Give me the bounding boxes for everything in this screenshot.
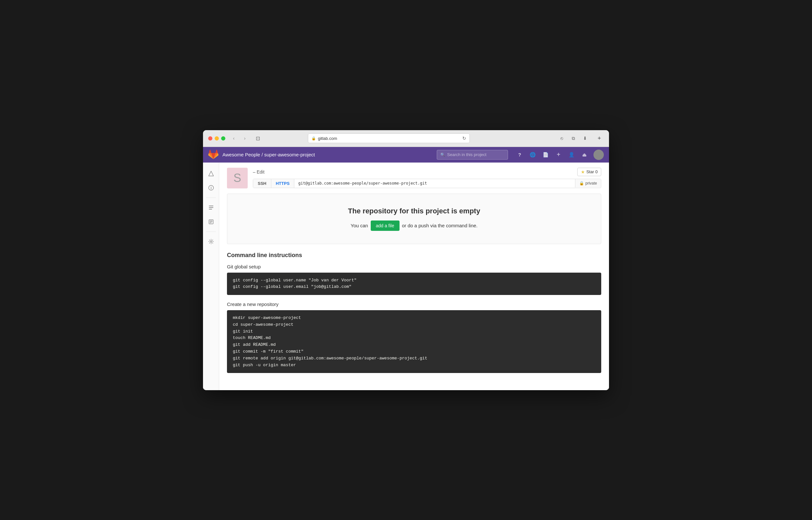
svg-rect-1	[209, 206, 213, 206]
sidebar-toggle-button[interactable]: ⊡	[253, 134, 262, 143]
nav-buttons: ‹ ›	[229, 134, 249, 143]
group-name[interactable]: Awesome People	[222, 152, 260, 157]
sidebar-divider-2	[206, 232, 216, 232]
share-button[interactable]: ⎋	[557, 134, 566, 143]
section-title: Command line instructions	[227, 252, 601, 259]
text-after: or do a push via the command line.	[402, 223, 477, 228]
private-label: private	[585, 181, 597, 185]
search-icon: 🔍	[440, 153, 445, 157]
download-button[interactable]: ⬇	[580, 134, 590, 143]
project-avatar: S	[227, 168, 248, 188]
project-name[interactable]: super-awesome-project	[264, 152, 315, 157]
url-text: gitlab.com	[318, 136, 337, 141]
project-header: S Edit ★ Star 0	[227, 168, 601, 188]
clone-bar: SSH HTTPS git@gitlab.com:awesome-people/…	[253, 179, 601, 188]
globe-button[interactable]: 🌐	[529, 151, 536, 159]
close-button[interactable]	[208, 136, 212, 140]
empty-repo-text: You can add a file or do a push via the …	[235, 220, 593, 231]
avatar-letter: S	[233, 171, 241, 185]
address-bar[interactable]: 🔒 gitlab.com ↻	[308, 133, 470, 143]
main-content: S Edit ★ Star 0	[219, 162, 609, 390]
breadcrumb-separator: /	[262, 152, 264, 157]
add-file-button[interactable]: add a file	[371, 220, 399, 231]
sidebar-item-info[interactable]	[205, 182, 217, 193]
ssh-tab[interactable]: SSH	[253, 179, 271, 188]
project-info: Edit ★ Star 0 SSH HTTPS git@gitlab.com:a	[253, 168, 601, 188]
star-icon: ★	[581, 170, 585, 175]
main-layout: S Edit ★ Star 0	[203, 162, 609, 390]
duplicate-button[interactable]: ⧉	[569, 134, 578, 143]
star-label: Star	[586, 170, 594, 174]
maximize-button[interactable]	[221, 136, 225, 140]
gitlab-logo[interactable]	[208, 150, 218, 160]
logout-button[interactable]: ⏏	[580, 151, 588, 159]
reload-button[interactable]: ↻	[462, 136, 466, 141]
gitlab-app: Awesome People / super-awesome-project 🔍…	[203, 147, 609, 390]
top-nav: Awesome People / super-awesome-project 🔍…	[203, 147, 609, 162]
sidebar-item-issues[interactable]	[205, 202, 217, 213]
add-tab-button[interactable]: +	[595, 134, 604, 143]
star-button[interactable]: ★ Star 0	[577, 168, 601, 176]
private-badge: 🔒 private	[575, 179, 601, 187]
instructions: Command line instructions Git global set…	[227, 252, 601, 373]
traffic-lights	[208, 136, 225, 140]
browser-chrome: ‹ › ⊡ 🔒 gitlab.com ↻ ⎋ ⧉ ⬇ +	[203, 130, 609, 147]
clone-url[interactable]: git@gitlab.com:awesome-people/super-awes…	[294, 179, 575, 187]
file-button[interactable]: 📄	[542, 151, 549, 159]
new-repo-title: Create a new repository	[227, 302, 601, 307]
sidebar-item-settings[interactable]	[205, 236, 217, 248]
empty-repo-box: The repository for this project is empty…	[227, 193, 601, 244]
sidebar-divider-1	[206, 198, 216, 198]
search-placeholder: Search in this project	[447, 152, 486, 157]
search-bar[interactable]: 🔍 Search in this project	[437, 150, 508, 160]
browser-actions: ⎋ ⧉ ⬇	[557, 134, 590, 143]
empty-repo-heading: The repository for this project is empty	[235, 207, 593, 215]
lock-icon: 🔒	[579, 181, 584, 185]
help-button[interactable]: ?	[516, 151, 524, 159]
sidebar	[203, 162, 219, 390]
svg-rect-2	[209, 207, 213, 208]
back-button[interactable]: ‹	[229, 134, 238, 143]
star-count: 0	[595, 170, 598, 174]
text-before: You can	[351, 223, 368, 228]
new-repo-code[interactable]: mkdir super-awesome-project cd super-awe…	[227, 310, 601, 373]
https-tab[interactable]: HTTPS	[271, 179, 295, 188]
lock-icon: 🔒	[311, 136, 316, 140]
minimize-button[interactable]	[215, 136, 219, 140]
sidebar-item-wiki[interactable]	[205, 216, 217, 228]
global-setup-code[interactable]: git config --global user.name "Job van d…	[227, 272, 601, 295]
edit-link[interactable]: Edit	[253, 170, 264, 175]
avatar[interactable]	[594, 150, 604, 160]
sidebar-item-project[interactable]	[205, 168, 217, 179]
svg-rect-3	[209, 209, 212, 209]
user-button[interactable]: 👤	[568, 151, 575, 159]
breadcrumb: Awesome People / super-awesome-project	[222, 152, 315, 157]
forward-button[interactable]: ›	[240, 134, 249, 143]
svg-point-5	[210, 240, 212, 242]
plus-button[interactable]: +	[555, 151, 562, 159]
global-setup-title: Git global setup	[227, 264, 601, 269]
nav-icons: ? 🌐 📄 + 👤 ⏏	[516, 150, 604, 160]
